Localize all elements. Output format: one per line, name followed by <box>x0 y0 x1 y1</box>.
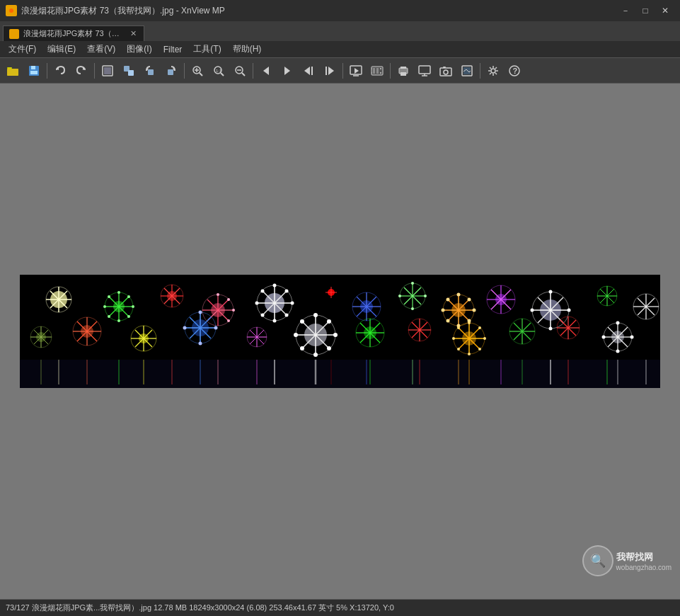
svg-rect-47 <box>419 66 430 74</box>
svg-point-322 <box>468 353 471 355</box>
menu-help[interactable]: 帮助(H) <box>227 42 267 57</box>
svg-point-169 <box>468 298 471 302</box>
svg-point-124 <box>291 302 294 305</box>
svg-point-111 <box>227 319 230 322</box>
prev-button[interactable] <box>256 61 276 81</box>
open-folder-button[interactable] <box>3 61 23 81</box>
title-bar: 浪漫烟花雨JPG素材 73（我帮找网）.jpg - XnView MP － □ … <box>0 0 680 21</box>
svg-point-84 <box>117 319 120 322</box>
filmstrip-button[interactable] <box>367 61 387 81</box>
menu-bar: 文件(F) 编辑(E) 查看(V) 图像(I) Filter 工具(T) 帮助(… <box>0 41 680 58</box>
camera-button[interactable] <box>436 61 456 81</box>
svg-point-85 <box>108 315 110 318</box>
sep4 <box>253 63 253 79</box>
next-button[interactable] <box>277 61 297 81</box>
svg-point-87 <box>108 295 110 298</box>
svg-rect-31 <box>311 67 313 75</box>
minimize-button[interactable]: － <box>616 4 635 18</box>
svg-rect-52 <box>443 67 446 68</box>
watermark-name: 我帮找网 <box>616 551 653 564</box>
svg-marker-29 <box>284 67 290 75</box>
svg-point-354 <box>616 321 620 325</box>
settings-button[interactable] <box>483 61 503 81</box>
zoom-in-button[interactable] <box>188 61 207 81</box>
svg-point-197 <box>567 309 571 312</box>
svg-point-321 <box>478 348 481 350</box>
monitor-button[interactable] <box>415 61 434 81</box>
main-area: 🔍 我帮找网 wobangzhao.com <box>0 84 680 599</box>
view-fit-button[interactable] <box>98 61 117 81</box>
next-folder-button[interactable] <box>320 61 340 81</box>
svg-rect-39 <box>376 68 379 74</box>
svg-point-323 <box>457 348 460 350</box>
svg-rect-43 <box>371 72 372 74</box>
svg-rect-45 <box>400 67 406 69</box>
title-bar-left: 浪漫烟花雨JPG素材 73（我帮找网）.jpg - XnView MP <box>6 5 225 17</box>
svg-point-80 <box>117 291 120 294</box>
svg-rect-11 <box>104 67 111 74</box>
svg-point-82 <box>132 305 134 308</box>
tab-close-button[interactable]: ✕ <box>128 29 138 39</box>
menu-edit[interactable]: 编辑(E) <box>42 42 81 57</box>
svg-rect-6 <box>31 66 35 69</box>
zoom-out-button[interactable] <box>230 61 250 81</box>
tab-label: 浪漫烟花雨JPG素材 73（我帮找网）.... <box>23 28 124 39</box>
wallpaper-button[interactable] <box>457 61 477 81</box>
svg-rect-17 <box>168 69 173 75</box>
maximize-button[interactable]: □ <box>636 4 655 18</box>
svg-point-284 <box>327 346 331 350</box>
svg-point-318 <box>468 321 471 324</box>
svg-point-175 <box>446 298 450 302</box>
window-title: 浪漫烟花雨JPG素材 73（我帮找网）.jpg - XnView MP <box>21 5 225 17</box>
svg-rect-40 <box>380 68 381 69</box>
sep1 <box>47 63 47 79</box>
undo-button[interactable] <box>50 61 70 81</box>
close-button[interactable]: ✕ <box>656 4 674 18</box>
svg-point-109 <box>227 298 230 301</box>
svg-point-81 <box>127 295 130 298</box>
svg-point-123 <box>285 290 289 293</box>
svg-point-157 <box>398 295 401 297</box>
svg-rect-4 <box>7 69 18 76</box>
rotate-right-button[interactable] <box>161 61 181 81</box>
svg-point-154 <box>411 282 414 285</box>
toolbar: 1:1 <box>0 58 680 84</box>
zoom-actual-button[interactable]: 1:1 <box>209 61 229 81</box>
svg-point-86 <box>103 305 106 308</box>
menu-tools[interactable]: 工具(T) <box>188 42 226 57</box>
svg-point-259 <box>214 326 218 330</box>
menu-image[interactable]: 图像(I) <box>121 42 157 57</box>
save-button[interactable] <box>24 61 44 81</box>
svg-rect-59 <box>20 360 660 388</box>
svg-text:?: ? <box>513 67 518 75</box>
svg-rect-38 <box>373 68 375 74</box>
svg-point-320 <box>483 337 486 340</box>
help-button[interactable]: ? <box>505 61 524 81</box>
menu-filter[interactable]: Filter <box>158 43 188 56</box>
menu-view[interactable]: 查看(V) <box>81 42 121 57</box>
print-button[interactable] <box>393 61 413 81</box>
svg-point-286 <box>300 346 304 350</box>
svg-point-282 <box>327 319 331 324</box>
svg-point-125 <box>285 314 289 317</box>
svg-rect-42 <box>371 68 372 69</box>
sep3 <box>184 63 185 79</box>
menu-file[interactable]: 文件(F) <box>3 42 42 57</box>
svg-point-83 <box>127 315 130 318</box>
svg-point-324 <box>452 337 455 340</box>
svg-point-1 <box>9 8 13 13</box>
svg-text:1:1: 1:1 <box>216 69 222 73</box>
view-original-button[interactable] <box>119 61 139 81</box>
image-display <box>20 275 660 388</box>
svg-point-173 <box>446 319 450 323</box>
rotate-left-button[interactable] <box>140 61 160 81</box>
svg-rect-7 <box>30 71 38 74</box>
fireworks-svg <box>20 275 660 388</box>
redo-button[interactable] <box>71 61 91 81</box>
svg-rect-41 <box>380 72 381 74</box>
slideshow-button[interactable] <box>346 61 366 81</box>
svg-marker-32 <box>328 67 334 75</box>
active-tab[interactable]: 浪漫烟花雨JPG素材 73（我帮找网）.... ✕ <box>3 25 144 41</box>
prev-folder-button[interactable] <box>299 61 318 81</box>
svg-point-127 <box>261 314 265 317</box>
